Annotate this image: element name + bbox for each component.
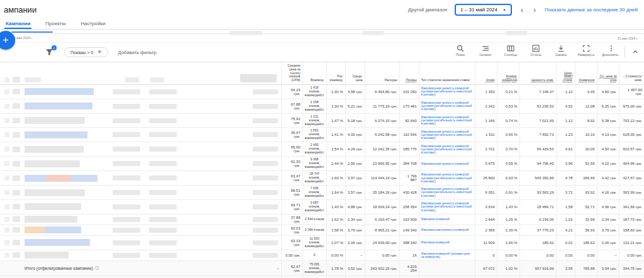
info-icon[interactable]: ⓘ xyxy=(95,265,99,271)
chart-start-date: 1 мая 2024 г. xyxy=(14,36,33,40)
tab-projects[interactable]: Проекты xyxy=(44,21,67,29)
row-checkbox[interactable] xyxy=(0,250,10,260)
reports-button[interactable]: Отчеты xyxy=(526,45,546,57)
totals-cell-cpm: 62,47 грн. xyxy=(281,276,303,278)
cell-strategy[interactable]: Максимум конверсий xyxy=(419,235,475,250)
col-header-conversions[interactable]: Конверсии xyxy=(575,62,597,85)
campaign-row[interactable]: 62,30 грн.9 368 кликов, взаимодейст2,44 … xyxy=(0,157,644,171)
download-button[interactable]: Скачать xyxy=(551,45,571,57)
select-all-checkbox[interactable] xyxy=(0,62,10,85)
campaign-row[interactable]: 64,15 грн.1 418 кликов, взаимодейст1,40 … xyxy=(0,84,644,99)
campaign-row[interactable]: 67,88 грн.2 258 кликов, взаимодейст1,30 … xyxy=(0,99,644,113)
col-header-impressions[interactable]: Показы xyxy=(399,62,419,85)
campaign-name-cell[interactable] xyxy=(23,157,98,171)
col-header-cost[interactable]: Расходы xyxy=(365,62,399,85)
cell-strategy[interactable]: Максимальная ценность конверсий (целевая… xyxy=(419,171,475,186)
col-header-value-cost[interactable]: Ценн. конв./ стоим. xyxy=(556,62,575,85)
col-header-strategy[interactable]: Тип стратегии назначения ставок xyxy=(419,62,475,85)
campaign-row[interactable]: 75,92 грн.1 211 кликов, взаимодейст1,47 … xyxy=(0,113,644,128)
row-checkbox[interactable] xyxy=(0,200,10,214)
campaign-row[interactable]: 60,03 грн.2 366 кликов1,58 %3,79 грн.8 9… xyxy=(0,225,644,235)
col-header-conv-rate[interactable]: Коэфф. конверсии xyxy=(497,62,519,85)
tab-campaigns[interactable]: Кампании xyxy=(4,21,31,29)
extra-cell xyxy=(184,128,281,142)
campaign-row[interactable]: 37,88 грн.2 544 кликов1,62 %2,34 грн.6 1… xyxy=(0,214,644,225)
campaign-name-cell[interactable] xyxy=(23,84,98,99)
more-button[interactable]: Дополните... xyxy=(601,45,621,57)
col-header-cpc[interactable]: Ср. цена за клик xyxy=(597,62,619,85)
cell-strategy[interactable]: Максимальная ценность конверсий (целевая… xyxy=(419,113,475,128)
campaign-row[interactable]: 0,00 грн.00,00 %–0,00 грн.16Максимум кон… xyxy=(0,250,644,260)
campaign-name-cell[interactable] xyxy=(23,186,98,200)
cell-strategy[interactable]: Максимум конверсий (целевая цена за конв… xyxy=(419,250,475,260)
row-checkbox[interactable] xyxy=(0,84,10,99)
add-filter-button[interactable]: Добавить фильтр xyxy=(118,50,157,55)
cell-conv-value: 52 236,53 xyxy=(519,99,556,113)
row-checkbox[interactable] xyxy=(0,99,10,113)
campaign-name-cell[interactable] xyxy=(23,142,98,157)
cell-strategy[interactable]: Максимальная ценность конверсий (целевая… xyxy=(419,128,475,142)
cell-strategy[interactable]: Максимум конверсий xyxy=(419,214,475,225)
campaign-row[interactable]: 58,51 грн.7 045 кликов, взаимодейст1,64 … xyxy=(0,186,644,200)
cell-value-cost: 1,01 xyxy=(556,214,575,225)
campaign-name-cell[interactable] xyxy=(23,113,98,128)
col-header-cost-conv-sorted[interactable]: ↓ Стоимость/конв. xyxy=(619,62,644,85)
cell-strategy[interactable]: Максимальная ценность конверсий (целевая… xyxy=(419,84,475,99)
cell-strategy[interactable]: Максимальная ценность конверсий (целевая… xyxy=(419,142,475,157)
row-checkbox[interactable] xyxy=(0,113,10,128)
campaign-status-cell xyxy=(10,235,23,250)
tab-settings[interactable]: Настройки xyxy=(79,21,106,29)
campaign-row[interactable]: 69,71 грн.3 687 кликов, взаимодейст1,43 … xyxy=(0,200,644,214)
row-checkbox[interactable] xyxy=(0,225,10,235)
cell-strategy[interactable]: Максимальная ценность конверсий (целевая… xyxy=(419,186,475,200)
row-checkbox[interactable] xyxy=(0,186,10,200)
cell-strategy[interactable]: Максимальная ценность конверсий xyxy=(419,225,475,235)
show-last-30-days-link[interactable]: Показать данные за последние 30 дней xyxy=(545,7,638,13)
expand-totals-button[interactable] xyxy=(0,276,10,278)
row-checkbox[interactable] xyxy=(0,128,10,142)
prev-range-button[interactable]: ‹ xyxy=(519,6,525,14)
search-button[interactable]: Поиск xyxy=(450,45,470,57)
other-range-label[interactable]: Другой диапазон xyxy=(408,7,447,13)
campaign-name-cell[interactable] xyxy=(23,225,98,235)
cell-strategy[interactable]: Максимальная ценность конверсий xyxy=(419,157,475,171)
col-header-inter-rate[interactable]: Пок. взаимод. xyxy=(326,62,345,85)
campaign-name-cell[interactable] xyxy=(23,250,98,260)
cell-cpc: 4,96 грн. xyxy=(597,200,619,214)
campaign-name-cell[interactable] xyxy=(23,99,98,113)
campaign-name-cell[interactable] xyxy=(23,235,98,250)
campaign-row[interactable]: 65,90 грн.2 455 кликов, взаимодейст1,54 … xyxy=(0,142,644,157)
row-checkbox[interactable] xyxy=(0,235,10,250)
campaign-row[interactable]: 63,47 грн.28 747 кликов, взаимодейст1,60… xyxy=(0,171,644,186)
next-range-button[interactable]: › xyxy=(532,6,537,14)
campaign-name-cell[interactable] xyxy=(23,171,98,186)
cell-conversions: 32,99 xyxy=(575,214,597,225)
col-header-interactions[interactable]: Взаимод. xyxy=(303,62,326,85)
col-header-conv-value[interactable]: Ценность конв. xyxy=(519,62,556,85)
campaign-row[interactable]: 36,47 грн.1 562 кликов, взаимодейст1,41 … xyxy=(0,128,644,142)
filter-chip-impressions[interactable]: Показы > 0 ✕ xyxy=(64,47,108,57)
columns-button[interactable]: Столбцы xyxy=(501,45,521,57)
col-header-clicks[interactable]: Клики xyxy=(475,62,497,85)
filter-button[interactable]: 1 xyxy=(45,48,54,57)
cell-strategy[interactable]: Максимальная ценность конверсий (целевая… xyxy=(419,200,475,214)
totals-cell-inter-rate: 1,78 % xyxy=(326,261,345,276)
col-header-cpm[interactable]: Средняя цена за тысячу показов (CPM) xyxy=(281,62,303,85)
close-icon[interactable]: ✕ xyxy=(97,50,102,55)
campaign-name-cell[interactable] xyxy=(23,200,98,214)
cell-impressions: 16 xyxy=(399,250,419,260)
campaign-name-cell[interactable] xyxy=(23,214,98,225)
segment-button[interactable]: Сегмент xyxy=(475,45,496,57)
row-checkbox[interactable] xyxy=(0,171,10,186)
redacted-chart-label xyxy=(363,31,384,35)
row-checkbox[interactable] xyxy=(0,142,10,157)
cell-strategy[interactable]: Максимальная ценность конверсий (целевая… xyxy=(419,99,475,113)
col-header-avg-cost[interactable]: Средн. цена xyxy=(345,62,365,85)
campaign-name-cell[interactable] xyxy=(23,128,98,142)
row-checkbox[interactable] xyxy=(0,214,10,225)
campaign-row[interactable]: 63,19 грн.11 920 кликов, взаимодейст2,07… xyxy=(0,235,644,250)
expand-button[interactable]: Развернуть xyxy=(576,45,596,57)
date-range-picker[interactable]: 1 – 31 май 2024 ▼ xyxy=(455,4,512,16)
collapse-table-button[interactable] xyxy=(631,48,639,55)
row-checkbox[interactable] xyxy=(0,157,10,171)
